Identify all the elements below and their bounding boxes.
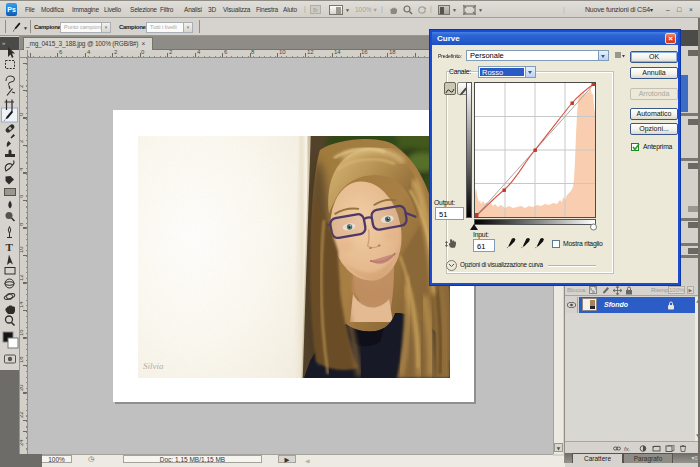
svg-text:T: T [6,241,14,253]
svg-text:fx.: fx. [624,446,630,452]
svg-text:Silvia: Silvia [143,361,164,371]
